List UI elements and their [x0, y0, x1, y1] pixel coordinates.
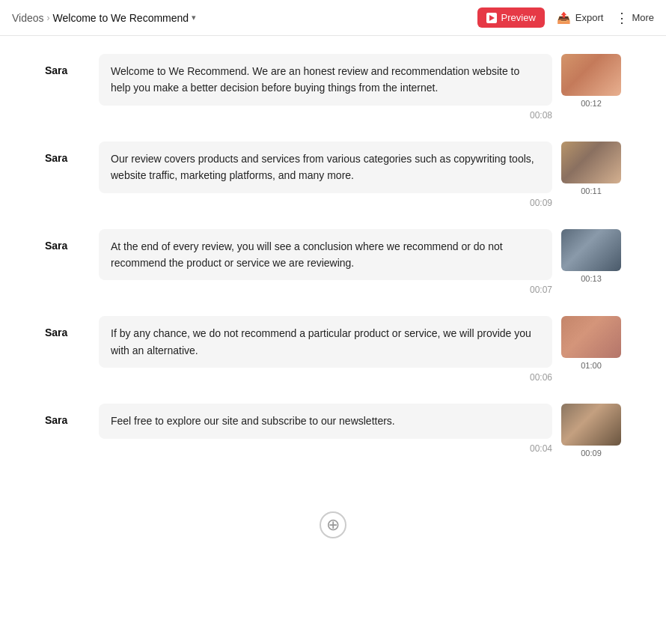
transcript-row: Sara Welcome to We Recommend. We are an … — [45, 54, 621, 124]
thumbnail-time: 00:12 — [581, 99, 602, 108]
more-label: More — [632, 12, 654, 23]
thumbnail-time: 00:13 — [581, 274, 602, 283]
transcript-content: At the end of every review, you will see… — [99, 229, 552, 299]
speaker-name: Sara — [45, 54, 90, 76]
more-dots-icon: ⋮ — [615, 11, 629, 25]
transcript-row: Sara Feel free to explore our site and s… — [45, 404, 621, 458]
thumbnail-image — [561, 229, 621, 271]
breadcrumb-current[interactable]: Welcome to We Recommend ▾ — [53, 12, 197, 24]
transcript-thumbnail-area: 00:13 — [561, 229, 621, 283]
clip-time-below: 00:08 — [99, 106, 552, 124]
thumbnail-image — [561, 316, 621, 358]
row-gap — [45, 211, 621, 229]
transcript-bubble[interactable]: If by any chance, we do not recommend a … — [99, 316, 552, 368]
breadcrumb-current-label: Welcome to We Recommend — [53, 12, 189, 24]
thumbnail[interactable] — [561, 54, 621, 96]
transcript-bubble[interactable]: Feel free to explore our site and subscr… — [99, 404, 552, 438]
add-row: ⊕ — [0, 511, 666, 538]
plus-icon: ⊕ — [326, 517, 340, 533]
thumbnail[interactable] — [561, 316, 621, 358]
speaker-name: Sara — [45, 142, 90, 164]
main-content: Sara Welcome to We Recommend. We are an … — [0, 36, 666, 487]
breadcrumb: Videos › Welcome to We Recommend ▾ — [12, 12, 196, 24]
breadcrumb-videos[interactable]: Videos — [12, 12, 44, 24]
transcript-thumbnail-area: 00:09 — [561, 404, 621, 458]
transcript-content: Welcome to We Recommend. We are an hones… — [99, 54, 552, 124]
transcript-row: Sara If by any chance, we do not recomme… — [45, 316, 621, 386]
export-icon: 📤 — [557, 11, 571, 25]
thumbnail[interactable] — [561, 142, 621, 183]
export-label: Export — [575, 12, 604, 23]
clip-time-below: 00:06 — [99, 368, 552, 386]
breadcrumb-separator-icon: › — [47, 13, 50, 23]
preview-button[interactable]: Preview — [477, 7, 545, 28]
transcript-thumbnail-area: 01:00 — [561, 316, 621, 370]
clip-time-below: 00:07 — [99, 280, 552, 298]
speaker-name: Sara — [45, 316, 90, 338]
play-triangle — [489, 15, 495, 21]
thumbnail-image — [561, 142, 621, 183]
thumbnail-image — [561, 404, 621, 446]
transcript-thumbnail-area: 00:11 — [561, 142, 621, 195]
transcript-row: Sara Our review covers products and serv… — [45, 142, 621, 211]
speaker-name: Sara — [45, 404, 90, 426]
add-scene-button[interactable]: ⊕ — [320, 511, 346, 538]
row-gap — [45, 298, 621, 316]
transcript-thumbnail-area: 00:12 — [561, 54, 621, 108]
thumbnail-time: 01:00 — [581, 361, 602, 370]
thumbnail-time: 00:11 — [581, 186, 602, 195]
chevron-down-icon: ▾ — [192, 13, 196, 22]
thumbnail[interactable] — [561, 229, 621, 271]
play-icon — [486, 13, 497, 23]
thumbnail-time: 00:09 — [581, 449, 602, 458]
transcript-content: Feel free to explore our site and subscr… — [99, 404, 552, 456]
transcript-bubble[interactable]: At the end of every review, you will see… — [99, 229, 552, 281]
export-button[interactable]: 📤 Export — [557, 11, 604, 25]
speaker-name: Sara — [45, 229, 90, 252]
transcript-bubble[interactable]: Our review covers products and services … — [99, 142, 552, 193]
transcript-content: Our review covers products and services … — [99, 142, 552, 211]
header: Videos › Welcome to We Recommend ▾ Previ… — [0, 0, 666, 36]
transcript-content: If by any chance, we do not recommend a … — [99, 316, 552, 386]
more-button[interactable]: ⋮ More — [615, 11, 654, 25]
header-actions: Preview 📤 Export ⋮ More — [477, 7, 654, 28]
transcript-row: Sara At the end of every review, you wil… — [45, 229, 621, 299]
transcript-bubble[interactable]: Welcome to We Recommend. We are an hones… — [99, 54, 552, 106]
row-gap — [45, 386, 621, 404]
thumbnail[interactable] — [561, 404, 621, 446]
preview-label: Preview — [501, 12, 536, 23]
clip-time-below: 00:09 — [99, 193, 552, 211]
row-gap — [45, 124, 621, 142]
clip-time-below: 00:04 — [99, 439, 552, 457]
thumbnail-image — [561, 54, 621, 96]
